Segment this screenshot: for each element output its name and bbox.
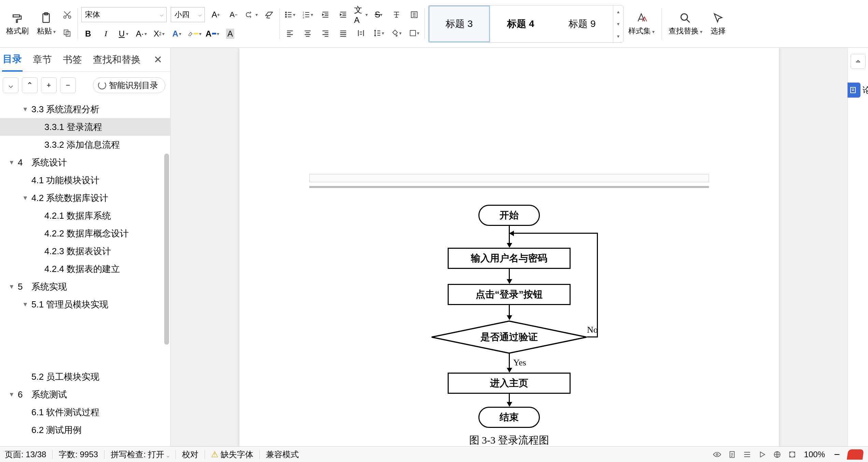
- font-family-select[interactable]: 宋体⌵: [81, 7, 167, 22]
- style-heading-9[interactable]: 标题 9: [551, 5, 613, 42]
- ime-indicator-icon[interactable]: [847, 449, 864, 460]
- smart-toc-button[interactable]: 智能识别目录: [93, 77, 165, 93]
- view-globe-button[interactable]: [771, 448, 784, 461]
- status-words[interactable]: 字数: 9953: [59, 449, 98, 460]
- text-direction-button[interactable]: 文A▾: [354, 8, 368, 21]
- format-painter-button[interactable]: 格式刷: [3, 10, 32, 38]
- expand-icon[interactable]: ▼: [21, 106, 29, 113]
- outline-item[interactable]: 4.2.4 数据表的建立: [0, 260, 170, 278]
- status-proof[interactable]: 校对: [182, 449, 198, 460]
- thesis-panel-button[interactable]: [845, 83, 860, 98]
- text-effects-button[interactable]: A▾: [170, 27, 184, 41]
- view-print-button[interactable]: [726, 448, 739, 461]
- tab-toc[interactable]: 目录: [2, 48, 23, 72]
- view-reading-button[interactable]: [711, 448, 724, 461]
- char-shading-button[interactable]: A: [223, 27, 237, 41]
- outline-item[interactable]: 6.1 软件测试过程: [0, 403, 170, 421]
- outline-scrollbar[interactable]: [164, 154, 169, 345]
- status-page[interactable]: 页面: 13/38: [5, 449, 46, 460]
- style-scroll-up[interactable]: ▴: [613, 5, 623, 18]
- style-heading-4[interactable]: 标题 4: [490, 5, 551, 42]
- outline-item[interactable]: 4.2.3 数据表设计: [0, 242, 170, 260]
- outline-item[interactable]: 3.3.2 添加信息流程: [0, 136, 170, 154]
- paragraph-group: ▾ 123▾ 文A▾ S▾ ▾ ▾ ▾: [283, 8, 421, 40]
- tab-chapter[interactable]: 章节: [32, 48, 53, 71]
- shrink-font-button[interactable]: A−: [227, 8, 240, 21]
- select-button[interactable]: 选择: [707, 10, 729, 38]
- shading-button[interactable]: ▾: [390, 26, 403, 40]
- increase-indent-button[interactable]: [336, 8, 350, 21]
- bold-button[interactable]: B: [81, 27, 95, 41]
- flow-start: 开始: [478, 205, 540, 226]
- outline-item[interactable]: 4.1 功能模块设计: [0, 171, 170, 189]
- expand-icon[interactable]: ▼: [8, 283, 16, 290]
- outline-item[interactable]: 4.2.2 数据库概念设计: [0, 225, 170, 242]
- distribute-button[interactable]: [354, 26, 368, 40]
- outline-item[interactable]: 6.2 测试用例: [0, 421, 170, 439]
- zoom-out-button[interactable]: −: [830, 448, 843, 461]
- bullets-button[interactable]: ▾: [283, 8, 297, 21]
- nav-add-button[interactable]: +: [41, 77, 57, 93]
- document-canvas[interactable]: 开始 输入用户名与密码 点击“登录”按钮 是否通过验证 No: [171, 48, 848, 446]
- nav-up-button[interactable]: ⌃: [22, 77, 38, 93]
- outline-item[interactable]: ▼4.2 系统数据库设计: [0, 189, 170, 207]
- decrease-indent-button[interactable]: [319, 8, 332, 21]
- numbering-button[interactable]: 123▾: [301, 8, 314, 21]
- outline-item[interactable]: ▼3.3 系统流程分析: [0, 100, 170, 118]
- close-pane-button[interactable]: ✕: [151, 54, 165, 66]
- change-case-button[interactable]: ▾: [244, 8, 258, 21]
- line-spacing-button[interactable]: ▾: [372, 26, 386, 40]
- expand-icon[interactable]: ▼: [21, 301, 29, 308]
- phonetic-guide-button[interactable]: [390, 8, 403, 21]
- style-scroll-down[interactable]: ▾: [613, 18, 623, 30]
- style-expand[interactable]: ▾: [613, 30, 623, 42]
- style-heading-3[interactable]: 标题 3: [429, 5, 490, 42]
- fit-page-button[interactable]: [786, 448, 799, 461]
- tab-find-replace[interactable]: 查找和替换: [92, 48, 141, 71]
- find-replace-button[interactable]: 查找替换 ▾: [665, 10, 706, 38]
- expand-icon[interactable]: ▼: [8, 391, 16, 398]
- copy-button[interactable]: [60, 26, 74, 40]
- align-left-button[interactable]: [283, 26, 297, 40]
- outline-item[interactable]: ▼5.1 管理员模块实现: [0, 295, 170, 313]
- emphasis-button[interactable]: A·▾: [135, 27, 148, 41]
- view-outline-button[interactable]: [741, 448, 754, 461]
- paste-button[interactable]: 粘贴 ▾: [33, 10, 59, 38]
- cut-button[interactable]: [60, 8, 74, 21]
- outline-item[interactable]: ▼4 系统设计: [0, 154, 170, 171]
- collapse-rail-button[interactable]: [851, 54, 866, 69]
- borders-button[interactable]: ▾: [407, 26, 421, 40]
- superscript-button[interactable]: X2▾: [152, 27, 166, 41]
- font-color-button[interactable]: A▾: [206, 27, 219, 41]
- outline-item[interactable]: 4.2.1 数据库系统: [0, 207, 170, 225]
- zoom-level[interactable]: 100%: [804, 450, 825, 459]
- outline-item[interactable]: 3.3.1 登录流程: [0, 118, 170, 136]
- align-justify-button[interactable]: [336, 26, 350, 40]
- italic-button[interactable]: I: [99, 27, 113, 41]
- highlight-button[interactable]: ▾: [188, 27, 201, 41]
- expand-icon[interactable]: ▼: [8, 159, 16, 166]
- font-size-select[interactable]: 小四⌵: [171, 7, 205, 22]
- underline-button[interactable]: U▾: [117, 27, 130, 41]
- expand-icon[interactable]: ▼: [21, 194, 29, 202]
- outline-tree[interactable]: ▼3.3 系统流程分析3.3.1 登录流程3.3.2 添加信息流程▼4 系统设计…: [0, 99, 170, 446]
- align-right-button[interactable]: [319, 26, 332, 40]
- nav-remove-button[interactable]: −: [60, 77, 76, 93]
- grow-font-button[interactable]: A+: [209, 8, 223, 21]
- strike-button[interactable]: S▾: [372, 8, 386, 21]
- clear-format-button[interactable]: [262, 8, 276, 21]
- nav-down-button[interactable]: ⌵: [3, 77, 18, 93]
- char-border-button[interactable]: [407, 8, 421, 21]
- outline-item[interactable]: ▼6 系统测试: [0, 386, 170, 403]
- align-center-button[interactable]: [301, 26, 314, 40]
- outline-item[interactable]: ▼5 系统实现: [0, 278, 170, 295]
- outline-item[interactable]: 5.2 员工模块实现: [0, 368, 170, 386]
- styles-pane-button[interactable]: 样式集 ▾: [625, 10, 658, 38]
- svg-rect-13: [410, 30, 416, 36]
- status-compat-mode[interactable]: 兼容模式: [266, 449, 299, 460]
- status-spellcheck[interactable]: 拼写检查: 打开 ⌵: [111, 449, 169, 460]
- format-painter-label: 格式刷: [6, 26, 29, 36]
- view-web-button[interactable]: [756, 448, 769, 461]
- status-missing-font[interactable]: ⚠缺失字体: [211, 449, 253, 460]
- tab-bookmark[interactable]: 书签: [62, 48, 83, 71]
